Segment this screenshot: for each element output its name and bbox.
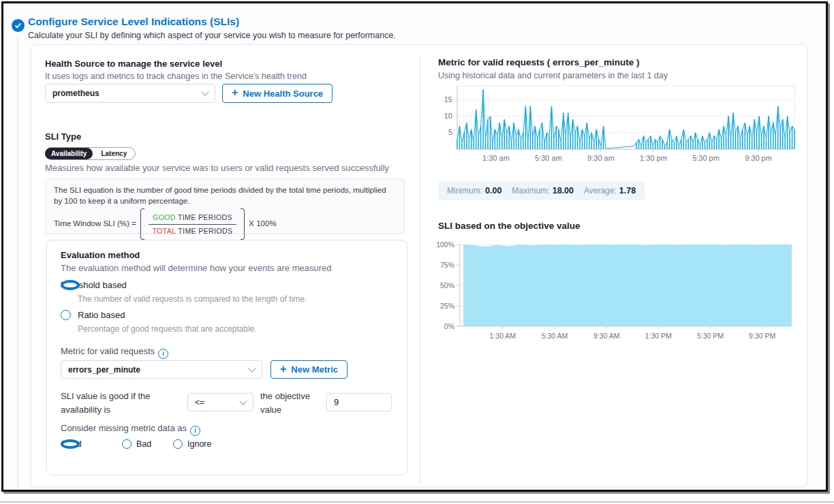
health-source-description: It uses logs and metrics to track change… [45, 72, 307, 81]
svg-text:9:30 am: 9:30 am [587, 154, 615, 162]
page-subtitle: Calculate your SLI by defining which asp… [28, 31, 396, 40]
svg-text:5: 5 [448, 128, 452, 136]
threshold-based-description: The number of valid requests is compared… [78, 294, 307, 304]
missing-data-label: Consider missing metric data asi [61, 422, 200, 436]
svg-text:5:30 PM: 5:30 PM [697, 332, 724, 340]
metric-valid-requests-text: Metric for valid requests [61, 346, 155, 356]
radio-threshold-based[interactable]: Threshold based [61, 280, 127, 290]
objective-sentence-prefix: SLI value is good if the availability is [61, 390, 189, 417]
info-icon[interactable]: i [190, 426, 200, 436]
sli-objective-area-chart: 0%25%50%75%100%1:30 AM5:30 AM9:30 AM1:30… [435, 238, 800, 344]
svg-text:5:30 AM: 5:30 AM [542, 332, 568, 340]
metric-stats-bar: Minimum:0.00 Maximum:18.00 Average:1.78 [438, 181, 645, 200]
window-frame: Configure Service Level Indications (SLI… [1, 1, 828, 492]
metric-valid-requests-label: Metric for valid requestsi [61, 345, 168, 359]
sli-type-label: SLI Type [45, 131, 81, 142]
new-health-source-button[interactable]: + New Health Source [222, 84, 333, 103]
sli-configuration-page: Configure Service Level Indications (SLI… [0, 0, 834, 504]
health-source-select[interactable]: prometheus [45, 84, 215, 103]
radio-unselected-icon[interactable] [61, 310, 71, 320]
page-title: Configure Service Level Indications (SLI… [28, 16, 239, 28]
missing-bad-label: Bad [136, 439, 151, 449]
screen-bottom-edge [0, 501, 834, 503]
metric-chart-subtitle: Using historical data and current parame… [438, 71, 668, 80]
chevron-down-icon [248, 364, 256, 372]
missing-ignore-label: Ignore [187, 439, 211, 449]
stat-average: Average:1.78 [584, 186, 636, 195]
objective-sentence-suffix: the objective value [260, 390, 316, 417]
new-health-source-label: New Health Source [243, 89, 323, 99]
svg-text:9:30 AM: 9:30 AM [593, 332, 620, 340]
open-bracket [140, 208, 144, 240]
svg-text:75%: 75% [440, 261, 454, 269]
info-icon[interactable]: i [158, 349, 168, 359]
stat-maximum: Maximum:18.00 [512, 186, 574, 195]
ratio-based-description: Percentage of good requests that are acc… [78, 324, 257, 334]
metric-select-value: errors_per_minute [68, 365, 140, 375]
equation-lhs: Time Window SLI (%) = [54, 219, 136, 230]
sli-type-description: Measures how available your service was … [45, 163, 389, 173]
sli-chart-title: SLI based on the objective value [438, 221, 581, 231]
plus-icon: + [280, 364, 286, 375]
svg-text:9:30 pm: 9:30 pm [745, 154, 772, 162]
chevron-down-icon [239, 397, 247, 405]
sli-type-option-latency[interactable]: Latency [93, 148, 135, 159]
metric-select[interactable]: errors_per_minute [61, 360, 262, 379]
step-connector-line [17, 36, 18, 487]
missing-data-text: Consider missing metric data as [61, 423, 187, 433]
svg-text:5:30 am: 5:30 am [535, 154, 562, 162]
svg-text:1:30 AM: 1:30 AM [490, 332, 516, 340]
svg-text:15: 15 [444, 95, 452, 104]
column-divider [420, 54, 420, 484]
evaluation-method-title: Evaluation method [61, 250, 140, 260]
svg-text:0%: 0% [444, 322, 454, 330]
sli-equation-text: The SLI equation is the number of good t… [54, 185, 396, 206]
radio-ratio-based[interactable]: Ratio based [61, 310, 125, 320]
objective-value-input[interactable] [326, 393, 392, 411]
radio-missing-good[interactable]: Good [61, 439, 82, 449]
comparator-value: <= [195, 398, 204, 407]
svg-text:5:30 pm: 5:30 pm [692, 154, 720, 162]
radio-selected-icon[interactable] [61, 280, 80, 290]
svg-text:25%: 25% [440, 302, 454, 310]
numerator-rest: TIME PERIODS [176, 213, 232, 221]
svg-text:1:30 am: 1:30 am [482, 154, 510, 162]
good-periods-term: GOOD [153, 213, 176, 221]
svg-text:10: 10 [444, 112, 452, 120]
radio-selected-icon[interactable] [61, 439, 80, 449]
denominator-rest: TIME PERIODS [176, 227, 232, 235]
sli-type-option-availability[interactable]: Availability [45, 148, 93, 159]
radio-unselected-icon[interactable] [122, 439, 132, 449]
evaluation-method-card: Evaluation method The evaluation method … [46, 240, 407, 475]
total-periods-term: TOTAL [153, 227, 176, 235]
svg-text:1:30 PM: 1:30 PM [645, 332, 672, 340]
new-metric-label: New Metric [291, 364, 338, 375]
radio-missing-ignore[interactable]: Ignore [173, 439, 211, 449]
equation-rhs: X 100% [249, 219, 276, 230]
health-source-label: Health Source to manage the service leve… [45, 59, 222, 69]
chevron-down-icon [201, 88, 208, 95]
radio-missing-bad[interactable]: Bad [122, 439, 151, 449]
metric-chart-title: Metric for valid requests ( errors_per_m… [438, 57, 640, 67]
metric-timeseries-chart: 510151:30 am5:30 am9:30 am1:30 pm5:30 pm… [435, 84, 800, 166]
svg-text:100%: 100% [436, 240, 454, 249]
step-complete-check-icon [12, 19, 25, 32]
plus-icon: + [232, 87, 238, 98]
sli-type-toggle[interactable]: Availability Latency [45, 147, 136, 160]
svg-text:9:30 PM: 9:30 PM [749, 332, 775, 340]
close-bracket [241, 208, 245, 240]
svg-text:50%: 50% [440, 281, 454, 289]
equation-fraction: GOOD TIME PERIODS TOTAL TIME PERIODS [149, 212, 237, 236]
ratio-based-label: Ratio based [78, 310, 125, 320]
stat-minimum: Minimum:0.00 [447, 186, 501, 195]
health-source-select-value: prometheus [52, 89, 99, 98]
radio-unselected-icon[interactable] [173, 439, 183, 449]
sli-config-card: Health Source to manage the service leve… [31, 44, 807, 487]
comparator-select[interactable]: <= [187, 393, 253, 411]
sli-equation-formula: Time Window SLI (%) = GOOD TIME PERIODS … [54, 208, 396, 240]
evaluation-method-description: The evaluation method will determine how… [61, 263, 331, 273]
svg-text:1:30 pm: 1:30 pm [640, 154, 667, 162]
new-metric-button[interactable]: + New Metric [271, 360, 348, 379]
sli-equation-box: The SLI equation is the number of good t… [45, 178, 405, 234]
